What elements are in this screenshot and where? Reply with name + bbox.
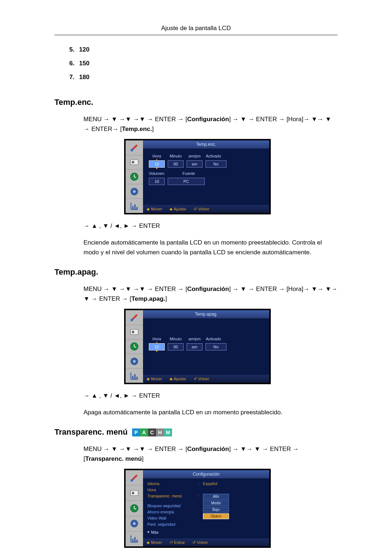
svg-rect-8	[136, 207, 138, 209]
osd-footer: ◆ Mover ⏎ Entrar ↺ Volver	[143, 538, 269, 546]
menu-row-video[interactable]: Video Wall	[147, 516, 265, 520]
menu-label: Ahorro energía	[147, 510, 198, 514]
brush-icon[interactable]	[126, 470, 143, 485]
sep: :	[198, 494, 199, 498]
svg-rect-15	[132, 376, 134, 379]
menu-row-hora[interactable]: Hora	[147, 488, 265, 492]
slider-icon[interactable]	[126, 485, 143, 501]
list-value: 150	[79, 60, 89, 67]
menu-label: Bloqueo seguridad	[147, 504, 198, 508]
col-minuto: Minuto	[168, 154, 184, 158]
brush-icon[interactable]	[126, 310, 143, 325]
footer-return-label: Volver	[198, 377, 209, 381]
fuente-value[interactable]: PC	[168, 178, 205, 185]
nav-path-tempapag: MENU → ▼ →▼ →▼ → ENTER → [Configuración]…	[83, 284, 338, 304]
svg-point-20	[132, 492, 134, 494]
nav-text: MENU → ▼ →▼ →▼ → ENTER → [	[83, 446, 187, 452]
badge-m: M	[164, 428, 172, 436]
section-transp-title: Transparenc. menú P A C H M	[54, 427, 338, 437]
footer-move: ◆ Mover	[147, 207, 162, 212]
clock-icon[interactable]	[126, 501, 143, 516]
svg-rect-26	[136, 540, 138, 542]
chart-icon[interactable]	[126, 532, 143, 546]
slider-icon[interactable]	[126, 155, 143, 170]
svg-point-18	[131, 479, 133, 481]
svg-point-5	[133, 190, 136, 193]
osd-sidebar	[126, 140, 143, 213]
footer-move-label: Mover	[151, 377, 162, 381]
badge-h: H	[156, 428, 164, 436]
minuto-value[interactable]: 00	[168, 343, 184, 350]
hora-value[interactable]: 12	[149, 160, 165, 168]
list-item: 150	[76, 60, 338, 74]
nav-path-tempenc: MENU → ▼ →▼ →▼ → ENTER → [Configuración]…	[83, 114, 338, 134]
footer-enter-label: Entrar	[174, 540, 185, 545]
volumen-value[interactable]: 10	[149, 178, 165, 185]
footer-return-label: Volver	[197, 540, 208, 545]
slider-icon[interactable]	[126, 325, 143, 340]
footer-enter: ⏎ Entrar	[170, 540, 185, 545]
nav-text: ] → ▼ → ENTER → [	[229, 286, 288, 292]
osd-title: Temp.apag.	[143, 310, 269, 319]
keys-tempapag: → ▲ , ▼ / ◄, ► → ENTER	[83, 391, 338, 401]
footer-return-label: Volver	[198, 207, 209, 211]
osd-sidebar	[126, 310, 143, 383]
nav-label: Temp.enc.	[122, 126, 152, 132]
opt-alto[interactable]: Alto	[203, 494, 229, 500]
menu-label: Video Wall	[147, 516, 198, 520]
footer-move: ◆ Mover	[147, 540, 162, 545]
minuto-value[interactable]: 00	[168, 160, 184, 168]
menu-label: Más	[151, 530, 159, 534]
keys-tempenc: → ▲ , ▼ / ◄, ► → ENTER	[83, 221, 338, 231]
col-ampm: am/pm	[187, 337, 203, 341]
list-value: 120	[79, 46, 89, 53]
menu-row-ahorro[interactable]: Ahorro energía	[147, 510, 265, 514]
badge-p: P	[132, 428, 140, 436]
gear-icon[interactable]	[126, 354, 143, 369]
chart-icon[interactable]	[126, 199, 143, 213]
footer-return: ↺ Volver	[193, 377, 209, 381]
osd-title: Temp.enc.	[143, 140, 269, 149]
menu-row-idioma[interactable]: Idioma:Español	[147, 481, 265, 486]
menu-row-mas[interactable]: ▾Más	[147, 530, 265, 534]
svg-point-2	[132, 161, 134, 164]
sep: :	[198, 481, 199, 486]
brush-icon[interactable]	[126, 140, 143, 155]
list-value: 180	[79, 74, 89, 81]
svg-point-11	[132, 331, 134, 333]
hora-value[interactable]: 12	[149, 343, 165, 350]
fuente-label: Fuente	[183, 171, 195, 176]
chart-icon[interactable]	[126, 369, 143, 383]
badge-c: C	[148, 428, 156, 436]
gear-icon[interactable]	[126, 516, 143, 532]
nav-label: Transparenc. menú	[85, 455, 142, 462]
svg-rect-16	[134, 374, 136, 379]
activado-value[interactable]: No	[205, 343, 226, 350]
clock-icon[interactable]	[126, 340, 143, 354]
nav-hora: Hora	[288, 116, 302, 123]
volumen-label: Volumen	[149, 171, 164, 176]
menu-row-bloqueo[interactable]: Bloqueo seguridad	[147, 504, 265, 508]
header-title: Ajuste de la pantalla LCD	[161, 25, 231, 32]
menu-label: Transparenc. menú	[147, 494, 198, 498]
activado-value[interactable]: No	[205, 160, 226, 168]
menu-row-pant[interactable]: Pant. seguridad	[147, 522, 265, 526]
osd-footer: ◆ Mover ◆ Ajustar ↺ Volver	[143, 375, 269, 383]
ampm-value[interactable]: am	[187, 343, 203, 350]
nav-label: Temp.apag.	[131, 295, 165, 302]
svg-rect-6	[132, 206, 134, 209]
svg-rect-17	[136, 377, 138, 379]
nav-path-transp: MENU → ▼ →▼ →▼ → ENTER → [Configuración]…	[83, 444, 338, 464]
source-badges: P A C H M	[132, 428, 172, 436]
osd-title: Configuración	[143, 470, 269, 479]
col-activado: Activado	[205, 337, 221, 341]
footer-move: ◆ Mover	[147, 377, 162, 381]
clock-icon[interactable]	[126, 170, 143, 184]
svg-rect-7	[134, 204, 136, 209]
gear-icon[interactable]	[126, 184, 143, 199]
nav-hora: Hora	[288, 286, 302, 292]
osd-value-row: 12 00 am No	[149, 160, 264, 168]
ampm-value[interactable]: am	[187, 160, 203, 168]
list-item: 180	[76, 74, 338, 87]
desc-tempenc: Enciende automáticamente la pantalla LCD…	[83, 238, 338, 257]
